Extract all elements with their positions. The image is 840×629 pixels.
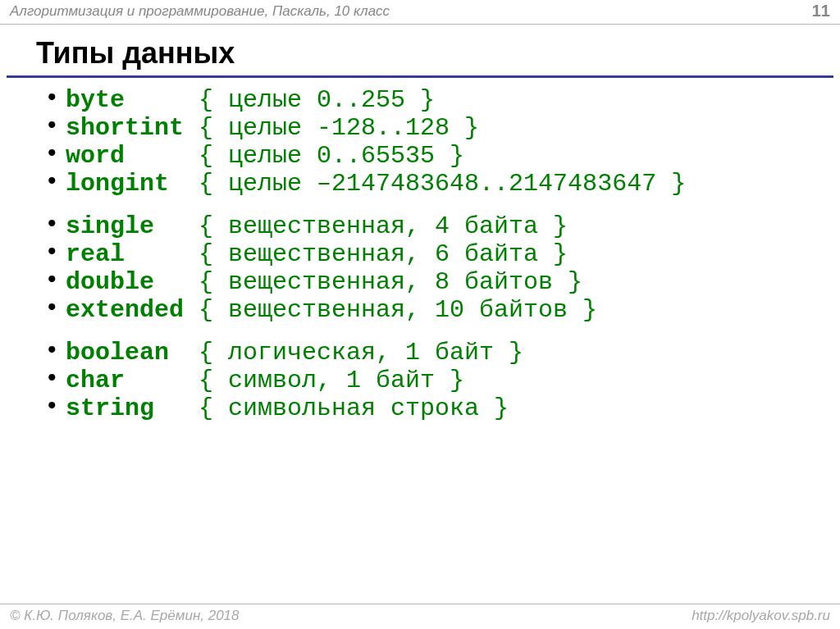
type-pad	[154, 394, 199, 422]
type-pad	[125, 240, 199, 268]
bullet-icon: •	[48, 211, 66, 235]
type-keyword: char	[66, 367, 125, 394]
bullet-icon: •	[48, 239, 66, 263]
slide-title: Типы данных	[7, 25, 833, 78]
type-keyword: boolean	[66, 339, 169, 367]
type-keyword: extended	[66, 296, 184, 324]
type-desc: { логическая, 1 байт }	[199, 339, 523, 367]
type-desc: { символ, 1 байт }	[199, 367, 464, 394]
bullet-icon: •	[48, 168, 66, 193]
type-desc: { символьная строка }	[199, 394, 509, 422]
type-pad	[154, 212, 199, 240]
type-keyword: double	[66, 268, 154, 296]
type-row: • single { вещественная, 4 байта }	[48, 212, 840, 240]
bullet-icon: •	[48, 337, 66, 362]
type-keyword: single	[66, 212, 154, 240]
type-desc: { вещественная, 10 байтов }	[199, 296, 597, 324]
bullet-icon: •	[48, 267, 66, 291]
type-keyword: shortint	[66, 114, 184, 142]
type-keyword: real	[66, 240, 125, 268]
type-pad	[184, 296, 199, 324]
type-row: • string { символьная строка }	[48, 394, 840, 422]
page-number: 11	[812, 2, 830, 21]
type-row: • extended { вещественная, 10 байтов }	[48, 296, 840, 324]
type-pad	[125, 367, 199, 394]
group-gap	[48, 198, 840, 212]
bullet-icon: •	[48, 84, 66, 109]
type-pad	[169, 339, 199, 367]
type-row: • word { целые 0..65535 }	[48, 142, 840, 170]
footer-copyright: © К.Ю. Поляков, Е.А. Ерёмин, 2018	[10, 608, 240, 624]
footer-bar: © К.Ю. Поляков, Е.А. Ерёмин, 2018 http:/…	[0, 604, 840, 629]
type-desc: { вещественная, 8 байтов }	[199, 268, 582, 296]
type-row: • char { символ, 1 байт }	[48, 367, 840, 394]
type-desc: { вещественная, 6 байта }	[199, 240, 568, 268]
type-pad	[154, 268, 199, 296]
type-keyword: word	[66, 142, 125, 170]
type-row: • byte { целые 0..255 }	[48, 86, 840, 114]
type-desc: { целые –2147483648..2147483647 }	[199, 170, 686, 198]
type-row: • longint { целые –2147483648..214748364…	[48, 170, 840, 198]
type-row: • real { вещественная, 6 байта }	[48, 240, 840, 268]
type-pad	[169, 170, 199, 198]
type-row: • double { вещественная, 8 байтов }	[48, 268, 840, 296]
bullet-icon: •	[48, 365, 66, 390]
type-desc: { целые 0..255 }	[199, 86, 435, 114]
bullet-icon: •	[48, 140, 66, 165]
type-keyword: string	[66, 394, 154, 422]
bullet-icon: •	[48, 112, 66, 137]
type-pad	[125, 142, 199, 170]
type-desc: { целые -128..128 }	[199, 114, 479, 142]
bullet-icon: •	[48, 294, 66, 319]
group-gap	[48, 324, 840, 339]
type-row: • shortint { целые -128..128 }	[48, 114, 840, 142]
bullet-icon: •	[48, 393, 66, 417]
header-title: Алгоритмизация и программирование, Паска…	[10, 3, 390, 20]
type-desc: { целые 0..65535 }	[199, 142, 464, 170]
type-keyword: byte	[66, 86, 125, 114]
type-pad	[184, 114, 199, 142]
type-row: • boolean { логическая, 1 байт }	[48, 339, 840, 367]
header-bar: Алгоритмизация и программирование, Паска…	[0, 0, 840, 25]
content: • byte { целые 0..255 } • shortint { цел…	[0, 86, 840, 422]
type-keyword: longint	[66, 170, 169, 198]
type-pad	[125, 86, 199, 114]
footer-url: http://kpolyakov.spb.ru	[692, 608, 830, 624]
type-desc: { вещественная, 4 байта }	[199, 212, 568, 240]
